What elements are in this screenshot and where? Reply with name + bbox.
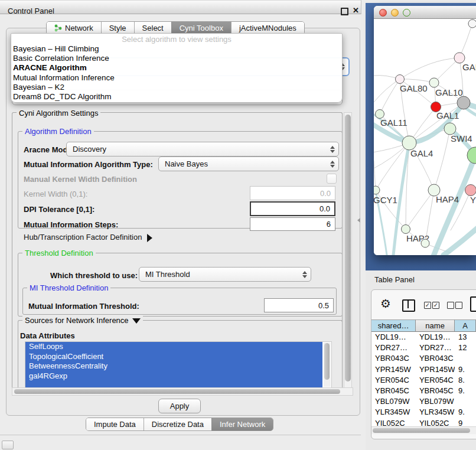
- panel-grip-button[interactable]: [2, 441, 14, 449]
- network-edge[interactable]: [400, 58, 459, 79]
- table-cell[interactable]: YBR045C: [371, 386, 416, 396]
- scrollbar-thumb[interactable]: [14, 389, 340, 394]
- sources-group-title[interactable]: Sources for Network Inference: [22, 316, 143, 325]
- select-all-checkbox-icon[interactable]: ✓: [424, 302, 431, 309]
- tab-select[interactable]: Select: [134, 22, 171, 34]
- dropdown-item-mutual-information[interactable]: Mutual Information Inference: [11, 73, 342, 83]
- node-swi4[interactable]: [444, 123, 456, 135]
- table-row[interactable]: YBL079WYBL079W: [371, 396, 476, 407]
- hub-definition-expander[interactable]: Hub/Transcription Factor Definition: [24, 233, 152, 242]
- table-row[interactable]: YER054CYER054C8.: [371, 375, 476, 386]
- dpi-tolerance-field[interactable]: 0.0: [250, 201, 335, 216]
- attribute-list-scrollbar[interactable]: [324, 343, 331, 387]
- zoom-traffic-light-icon[interactable]: [403, 9, 410, 17]
- dropdown-item-bayesian-hill-climbing[interactable]: Bayesian – Hill Climbing: [11, 44, 342, 54]
- node-hap2[interactable]: [402, 225, 410, 234]
- table-row[interactable]: YPR145WYPR145W9.: [371, 364, 476, 375]
- export-table-icon[interactable]: [470, 296, 476, 312]
- table-cell[interactable]: YLR345W: [371, 407, 416, 418]
- table-row[interactable]: YBR045CYBR045C9.: [371, 386, 476, 396]
- settings-horizontal-scrollbar[interactable]: [12, 387, 353, 396]
- node-gal10[interactable]: [429, 78, 439, 87]
- network-edge[interactable]: [380, 79, 400, 114]
- table-horizontal-scrollbar[interactable]: [371, 426, 476, 434]
- table-cell[interactable]: 12: [455, 343, 476, 353]
- table-cell[interactable]: YBR043C: [416, 353, 455, 364]
- list-item-betweennesscentrality[interactable]: BetweennessCentrality: [25, 361, 322, 371]
- which-threshold-combobox[interactable]: MI Threshold: [139, 267, 311, 282]
- table-cell[interactable]: 8.: [455, 375, 476, 386]
- table-cell[interactable]: YPR145W: [371, 364, 416, 375]
- node-top-partial[interactable]: [468, 19, 476, 28]
- table-cell[interactable]: YDR27…: [371, 343, 416, 353]
- column-header-shared-name[interactable]: shared…: [371, 319, 416, 332]
- node-pink-y[interactable]: [465, 185, 476, 196]
- table-cell[interactable]: YPR145W: [416, 364, 455, 375]
- close-icon[interactable]: ✕: [353, 6, 359, 15]
- kernel-width-field[interactable]: 0.0: [250, 186, 335, 200]
- network-canvas[interactable]: GALGAL80GAL10GAL1GAL11SWI4GAL4GCY1HAP4YH…: [374, 19, 476, 255]
- mi-steps-field[interactable]: 6: [250, 217, 335, 231]
- table-cell[interactable]: YER054C: [371, 375, 416, 386]
- table-cell[interactable]: YBL079W: [416, 396, 455, 407]
- minimize-traffic-light-icon[interactable]: [391, 9, 399, 17]
- float-window-icon[interactable]: [341, 8, 348, 15]
- list-item-topologicalcoefficient[interactable]: TopologicalCoefficient: [25, 352, 322, 362]
- manual-kernel-checkbox[interactable]: [327, 174, 337, 184]
- apply-button[interactable]: Apply: [158, 399, 201, 413]
- network-edge[interactable]: [406, 190, 434, 229]
- network-edge[interactable]: [374, 79, 400, 102]
- tab-jactivemnodules[interactable]: jActiveMNodules: [231, 22, 304, 34]
- network-window-titlebar[interactable]: [374, 6, 476, 19]
- table-cell[interactable]: 9.: [455, 386, 476, 396]
- deselect-all-checkbox-icon[interactable]: [447, 302, 454, 309]
- table-cell[interactable]: YER054C: [416, 375, 455, 386]
- list-item-selfloops[interactable]: SelfLoops: [25, 342, 322, 352]
- network-edge-highlighted[interactable]: [433, 155, 475, 255]
- table-cell[interactable]: [455, 353, 476, 364]
- tab-cyni-toolbox[interactable]: Cyni Toolbox: [171, 22, 231, 34]
- table-cell[interactable]: YBR043C: [371, 353, 416, 364]
- gear-icon[interactable]: ⚙: [380, 298, 391, 309]
- tab-infer-network[interactable]: Infer Network: [211, 418, 273, 431]
- tab-style[interactable]: Style: [101, 22, 134, 34]
- dropdown-item-basic-correlation[interactable]: Basic Correlation Inference: [11, 54, 342, 63]
- close-traffic-light-icon[interactable]: [379, 9, 387, 17]
- table-cell[interactable]: 9.: [455, 407, 476, 418]
- dropdown-item-dream8[interactable]: Dream8 DC_TDC Algorithm: [11, 92, 342, 102]
- table-cell[interactable]: [455, 396, 476, 407]
- table-cell[interactable]: YDL19…: [416, 332, 455, 343]
- table-row[interactable]: YLR345WYLR345W9.: [371, 407, 476, 418]
- node-gal80[interactable]: [396, 75, 405, 84]
- scrollbar-thumb[interactable]: [324, 343, 330, 380]
- table-row[interactable]: YDL19…YDL19…13: [371, 332, 476, 343]
- dropdown-item-aracne[interactable]: ARACNE Algorithm: [11, 63, 342, 73]
- table-cell[interactable]: YDR27…: [416, 343, 455, 353]
- table-cell[interactable]: YDL19…: [371, 332, 416, 343]
- splitpane-collapse-icon[interactable]: [357, 218, 360, 223]
- scrollbar-thumb[interactable]: [373, 428, 470, 433]
- tab-discretize-data[interactable]: Discretize Data: [144, 418, 211, 431]
- table-cell[interactable]: YLR345W: [416, 407, 455, 418]
- network-edge-highlighted[interactable]: [444, 226, 476, 255]
- aracne-mode-combobox[interactable]: Discovery: [66, 142, 339, 156]
- table-cell[interactable]: 13: [455, 332, 476, 343]
- mi-algorithm-type-combobox[interactable]: Naive Bayes: [158, 156, 339, 171]
- table-cell[interactable]: YBL079W: [371, 396, 416, 407]
- mi-threshold-field[interactable]: 0.5: [264, 298, 334, 312]
- tab-impute-data[interactable]: Impute Data: [86, 418, 144, 431]
- select-all-checkbox-icon[interactable]: ✓: [432, 302, 439, 309]
- node-bottom[interactable]: [421, 239, 429, 247]
- node-gcy1[interactable]: [374, 186, 380, 194]
- network-edge[interactable]: [374, 161, 376, 190]
- scrollbar-thumb[interactable]: [345, 115, 351, 381]
- network-edge[interactable]: [400, 79, 434, 83]
- node-gray[interactable]: [457, 96, 470, 109]
- table-row[interactable]: YBR043CYBR043C: [371, 353, 476, 364]
- column-visibility-icon[interactable]: [402, 299, 415, 312]
- column-header-name[interactable]: name: [416, 319, 455, 332]
- column-header-partial[interactable]: A: [455, 319, 476, 332]
- network-edge[interactable]: [434, 129, 450, 190]
- table-row[interactable]: YDR27…YDR27…12: [371, 343, 476, 353]
- dropdown-item-bayesian-k2[interactable]: Bayesian – K2: [11, 83, 342, 92]
